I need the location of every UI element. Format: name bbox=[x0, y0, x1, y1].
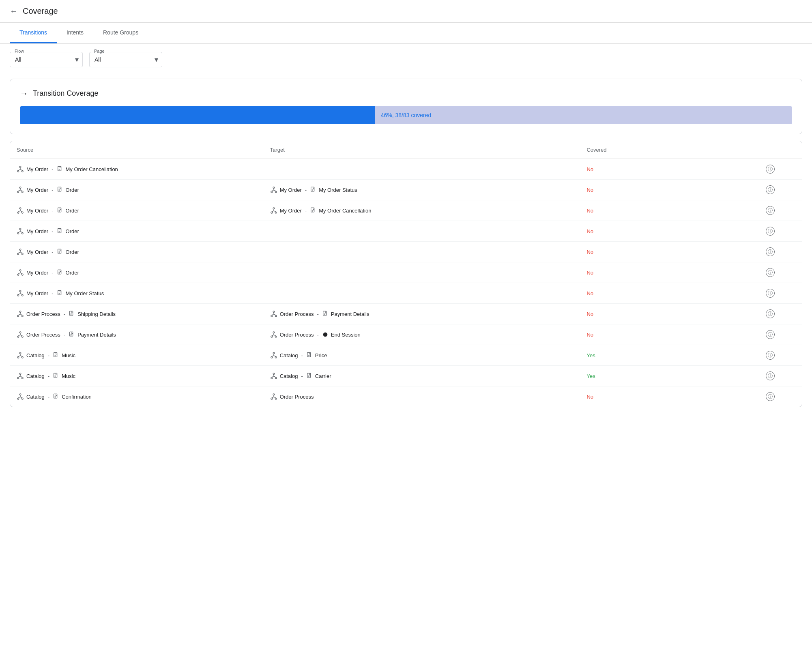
covered-value: Yes bbox=[586, 352, 595, 358]
svg-point-83 bbox=[21, 315, 23, 317]
tab-intents[interactable]: Intents bbox=[57, 23, 93, 43]
page-label: Page bbox=[93, 49, 105, 54]
separator: - bbox=[52, 249, 53, 255]
flow-name: My Order bbox=[26, 208, 48, 214]
page-name: My Order Status bbox=[319, 187, 357, 193]
svg-line-68 bbox=[20, 273, 22, 274]
covered-value: No bbox=[586, 187, 593, 193]
page-icon bbox=[53, 352, 59, 359]
table-row: My Order- My Order StatusNoⓘ bbox=[10, 283, 802, 304]
flow-select[interactable]: All bbox=[10, 52, 83, 67]
svg-line-85 bbox=[18, 314, 20, 315]
svg-line-86 bbox=[20, 314, 22, 315]
target-cell: Order Process- End Session bbox=[264, 324, 580, 345]
action-cell: ⓘ bbox=[739, 200, 802, 221]
flow-name: Order Process bbox=[280, 394, 314, 400]
svg-line-5 bbox=[20, 170, 22, 171]
page-select[interactable]: All bbox=[89, 52, 162, 67]
page-icon bbox=[310, 207, 316, 214]
flow-name: My Order bbox=[26, 270, 48, 276]
svg-point-29 bbox=[21, 212, 23, 213]
col-action bbox=[739, 141, 802, 159]
svg-line-112 bbox=[271, 335, 273, 336]
info-icon[interactable]: ⓘ bbox=[766, 392, 775, 401]
transition-coverage-card: → Transition Coverage 46%, 38/83 covered bbox=[10, 79, 802, 134]
info-icon[interactable]: ⓘ bbox=[766, 330, 775, 339]
table-row: My Order- OrderNoⓘ bbox=[10, 221, 802, 242]
info-icon[interactable]: ⓘ bbox=[766, 309, 775, 318]
flow-icon bbox=[17, 352, 24, 359]
flow-name: Catalog bbox=[26, 373, 45, 379]
target-cell: Catalog- Price bbox=[264, 345, 580, 366]
flow-icon bbox=[270, 331, 277, 338]
flow-name: My Order bbox=[26, 228, 48, 234]
svg-point-64 bbox=[17, 274, 19, 275]
svg-point-135 bbox=[21, 377, 23, 379]
tab-transitions[interactable]: Transitions bbox=[10, 23, 57, 43]
svg-point-134 bbox=[17, 377, 19, 379]
page-name: Confirmation bbox=[62, 394, 92, 400]
flow-icon bbox=[17, 269, 24, 276]
page-icon bbox=[69, 331, 75, 338]
end-session-icon bbox=[322, 331, 329, 338]
flow-name: Order Process bbox=[26, 311, 60, 317]
flow-name: Order Process bbox=[280, 332, 314, 338]
separator: - bbox=[48, 373, 49, 379]
svg-point-81 bbox=[19, 311, 21, 313]
info-icon[interactable]: ⓘ bbox=[766, 371, 775, 380]
source-cell: My Order- Order bbox=[10, 200, 264, 221]
separator: - bbox=[305, 187, 307, 193]
page-title: Coverage bbox=[23, 6, 58, 16]
page-name: Payment Details bbox=[331, 311, 369, 317]
table-header-row: Source Target Covered bbox=[10, 141, 802, 159]
info-icon[interactable]: ⓘ bbox=[766, 165, 775, 174]
flow-icon bbox=[17, 186, 24, 193]
page-icon bbox=[53, 372, 59, 380]
info-icon[interactable]: ⓘ bbox=[766, 247, 775, 256]
svg-point-117 bbox=[21, 356, 23, 358]
page-name: Shipping Details bbox=[77, 311, 116, 317]
info-icon[interactable]: ⓘ bbox=[766, 351, 775, 360]
svg-point-2 bbox=[21, 170, 23, 172]
page-name: Order bbox=[66, 208, 79, 214]
target-cell bbox=[264, 242, 580, 262]
svg-point-108 bbox=[273, 332, 275, 333]
info-icon[interactable]: ⓘ bbox=[766, 289, 775, 298]
covered-value: No bbox=[586, 228, 593, 234]
source-cell: My Order- Order bbox=[10, 221, 264, 242]
flow-name: My Order bbox=[26, 187, 48, 193]
svg-line-94 bbox=[271, 314, 273, 315]
covered-cell: No bbox=[580, 242, 738, 262]
flow-filter: Flow All ▾ bbox=[10, 52, 83, 67]
separator: - bbox=[52, 187, 53, 193]
action-cell: ⓘ bbox=[739, 159, 802, 180]
svg-point-20 bbox=[275, 191, 277, 193]
covered-value: No bbox=[586, 166, 593, 172]
flow-name: Catalog bbox=[26, 352, 45, 358]
svg-point-1 bbox=[17, 170, 19, 172]
info-icon[interactable]: ⓘ bbox=[766, 206, 775, 215]
svg-line-49 bbox=[18, 232, 20, 233]
info-icon[interactable]: ⓘ bbox=[766, 185, 775, 194]
covered-value: No bbox=[586, 249, 593, 255]
page-name: Music bbox=[62, 373, 75, 379]
svg-point-125 bbox=[271, 356, 273, 358]
target-cell bbox=[264, 283, 580, 304]
back-button[interactable]: ← bbox=[10, 6, 18, 16]
page-icon bbox=[310, 186, 316, 193]
table-row: My Order- OrderNoⓘ bbox=[10, 262, 802, 283]
info-icon[interactable]: ⓘ bbox=[766, 268, 775, 277]
svg-line-164 bbox=[271, 397, 273, 398]
table-row: Catalog- Music Catalog- PriceYesⓘ bbox=[10, 345, 802, 366]
page-name: Order bbox=[66, 249, 79, 255]
svg-point-110 bbox=[275, 336, 277, 337]
source-cell: Order Process- Shipping Details bbox=[10, 304, 264, 324]
svg-line-120 bbox=[20, 356, 22, 357]
svg-line-41 bbox=[274, 211, 276, 212]
tab-route-groups[interactable]: Route Groups bbox=[93, 23, 148, 43]
flow-name: Order Process bbox=[280, 311, 314, 317]
separator: - bbox=[64, 311, 65, 317]
covered-value: Yes bbox=[586, 373, 595, 379]
action-cell: ⓘ bbox=[739, 262, 802, 283]
info-icon[interactable]: ⓘ bbox=[766, 227, 775, 236]
